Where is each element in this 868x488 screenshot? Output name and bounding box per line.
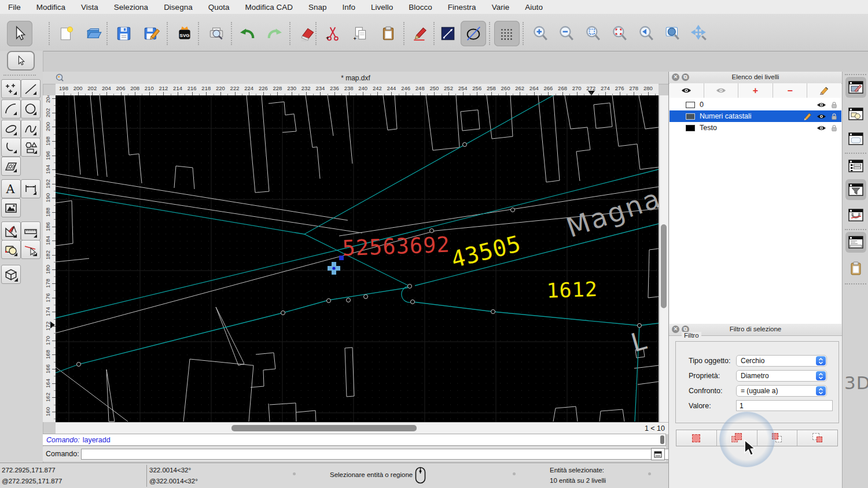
- drawing-tools-palette-button[interactable]: [845, 77, 866, 98]
- menu-modifica[interactable]: Modifica: [36, 3, 65, 12]
- edit-layer-button[interactable]: [807, 83, 841, 98]
- circle-tool-button[interactable]: [21, 99, 41, 119]
- select-arrow-button[interactable]: [7, 21, 32, 46]
- hscroll-thumb[interactable]: [231, 425, 417, 431]
- line-style-button[interactable]: [435, 21, 461, 46]
- filter-value-input[interactable]: [736, 400, 833, 411]
- layer-row-0[interactable]: 0: [670, 99, 841, 110]
- cut-button[interactable]: +: [320, 21, 345, 46]
- draw-pencil-button[interactable]: [407, 21, 433, 46]
- command-window-palette-button[interactable]: [845, 232, 866, 253]
- zoom-selection-button[interactable]: [607, 21, 632, 46]
- copy-button[interactable]: +: [348, 21, 373, 46]
- hatch-tool-button[interactable]: [1, 157, 21, 176]
- layer-lock-icon[interactable]: [830, 113, 838, 120]
- menu-blocco[interactable]: Blocco: [409, 3, 432, 12]
- paste-button[interactable]: [376, 21, 401, 46]
- box-3d-tool-button[interactable]: [1, 265, 21, 284]
- property-dropdown[interactable]: Diametro: [736, 370, 827, 382]
- zoom-out-button[interactable]: [554, 21, 579, 46]
- svg-export-button[interactable]: SVG: [172, 21, 197, 46]
- zoom-previous-button[interactable]: [634, 21, 659, 46]
- selection-new-button[interactable]: [676, 430, 717, 446]
- menu-vista[interactable]: Vista: [81, 3, 98, 12]
- shapes-palette-button[interactable]: [845, 103, 866, 124]
- menu-quota[interactable]: Quota: [208, 3, 230, 12]
- show-all-layers-button[interactable]: [670, 83, 704, 98]
- layer-color-swatch[interactable]: [686, 102, 695, 108]
- spline-tool-button[interactable]: [21, 120, 41, 139]
- vscroll-thumb[interactable]: [661, 224, 667, 308]
- zoom-in-button[interactable]: [528, 21, 553, 46]
- menu-disegna[interactable]: Disegna: [164, 3, 193, 12]
- comparison-dropdown[interactable]: = (uguale a): [736, 385, 827, 397]
- palette-select-button[interactable]: [7, 51, 35, 71]
- properties-palette-button[interactable]: [845, 128, 866, 149]
- construction-tool-button[interactable]: [1, 221, 21, 241]
- object-type-dropdown[interactable]: Cerchio: [736, 355, 827, 367]
- boolean-tool-button[interactable]: [1, 240, 21, 259]
- layer-lock-icon[interactable]: [830, 101, 838, 109]
- dimension-tool-button[interactable]: [21, 179, 41, 198]
- palette-grip[interactable]: [3, 75, 36, 76]
- menu-finestra[interactable]: Finestra: [448, 3, 476, 12]
- ellipse-tool-button[interactable]: [1, 120, 21, 139]
- layer-list-palette-button[interactable]: [845, 156, 866, 176]
- street-name-label[interactable]: Magna A: [562, 172, 659, 243]
- command-history-scrollbar[interactable]: [660, 435, 664, 444]
- parcel-number-yellow-2[interactable]: 1612: [546, 278, 598, 302]
- grid-toggle-button[interactable]: [494, 21, 520, 46]
- image-tool-button[interactable]: [1, 198, 21, 217]
- layer-color-swatch[interactable]: [686, 125, 695, 131]
- menu-varie[interactable]: Varie: [492, 3, 510, 12]
- layer-visible-eye-icon[interactable]: [816, 102, 826, 108]
- layer-lock-icon[interactable]: [830, 124, 838, 132]
- arc-tool-button[interactable]: [1, 99, 21, 119]
- layer-visible-eye-icon[interactable]: [816, 113, 826, 120]
- layer-row-testo[interactable]: Testo: [670, 122, 841, 134]
- line-tool-button[interactable]: [21, 79, 41, 98]
- trim-tool-button[interactable]: [21, 240, 41, 259]
- layer-row-numeri-catastali[interactable]: Numeri catastali: [670, 110, 841, 122]
- drawing-canvas[interactable]: 52563692 43505 1612 Magna A L: [56, 95, 659, 422]
- parcel-number-red[interactable]: 52563692: [342, 232, 451, 261]
- zoom-fit-button[interactable]: [580, 21, 606, 46]
- zoom-window-button[interactable]: [660, 21, 686, 46]
- polygon-tool-button[interactable]: [21, 138, 41, 157]
- undo-button[interactable]: [234, 21, 260, 46]
- eraser-button[interactable]: [295, 21, 321, 46]
- menu-livello[interactable]: Livello: [371, 3, 393, 12]
- command-keyboard-button[interactable]: [651, 448, 665, 460]
- print-preview-button[interactable]: [204, 21, 229, 46]
- measure-tool-button[interactable]: [21, 221, 41, 241]
- menu-seleziona[interactable]: Seleziona: [114, 3, 148, 12]
- point-tool-button[interactable]: [1, 79, 21, 98]
- menu-snap[interactable]: Snap: [308, 3, 327, 12]
- selection-filter-palette-button[interactable]: [845, 179, 866, 200]
- clipboard-palette-button[interactable]: [845, 258, 866, 279]
- layer-color-swatch[interactable]: [686, 113, 695, 120]
- open-file-button[interactable]: [81, 21, 106, 46]
- remove-layer-button[interactable]: −: [773, 83, 808, 98]
- menu-file[interactable]: File: [8, 3, 21, 12]
- save-button[interactable]: [111, 21, 137, 46]
- menu-aiuto[interactable]: Aiuto: [525, 3, 543, 12]
- selection-intersect-button[interactable]: [797, 430, 837, 446]
- menu-info[interactable]: Info: [343, 3, 356, 12]
- hide-all-layers-button[interactable]: [704, 83, 739, 98]
- layer-visible-eye-icon[interactable]: [816, 125, 826, 131]
- selection-remove-button[interactable]: [757, 430, 798, 446]
- parcel-number-yellow-1[interactable]: 43505: [448, 230, 524, 272]
- command-input[interactable]: [81, 449, 676, 460]
- new-file-button[interactable]: [53, 21, 79, 46]
- layer-edit-pencil-icon[interactable]: [803, 112, 812, 120]
- redo-button[interactable]: [262, 21, 288, 46]
- polyline-tool-button[interactable]: [1, 138, 21, 157]
- canvas-horizontal-scrollbar[interactable]: 1 < 10: [56, 422, 668, 434]
- snap-palette-button[interactable]: [845, 205, 866, 225]
- pan-button[interactable]: [687, 21, 712, 46]
- text-tool-button[interactable]: A: [1, 179, 21, 198]
- 3d-mode-label[interactable]: 3D: [844, 372, 868, 393]
- add-layer-button[interactable]: +: [738, 83, 773, 98]
- canvas-vertical-scrollbar[interactable]: [659, 95, 669, 422]
